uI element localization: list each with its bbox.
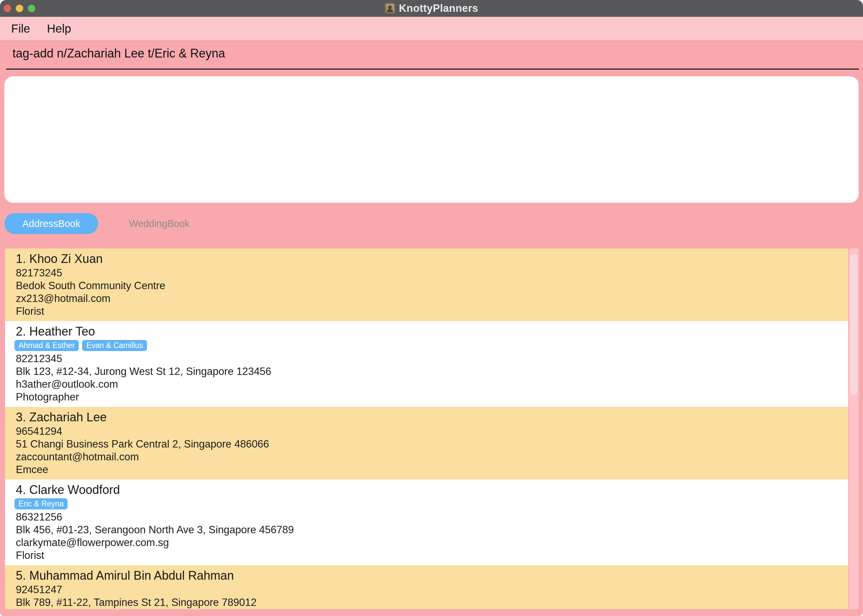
contact-email: clarkymate@flowerpower.com.sg <box>16 536 838 549</box>
contact-name: 3. Zachariah Lee <box>16 410 838 425</box>
contact-list[interactable]: 1. Khoo Zi Xuan 82173245 Bedok South Com… <box>5 248 858 609</box>
title-wrap: KnottyPlanners <box>0 0 863 17</box>
contact-name: 5. Muhammad Amirul Bin Abdul Rahman <box>16 568 838 583</box>
contact-phone: 92451247 <box>16 583 838 596</box>
command-area <box>0 40 863 69</box>
contact-card[interactable]: 1. Khoo Zi Xuan 82173245 Bedok South Com… <box>5 248 848 321</box>
contact-role: Florist <box>16 305 838 318</box>
contact-address: Blk 123, #12-34, Jurong West St 12, Sing… <box>16 365 838 378</box>
wedding-tag: Evan & Camillus <box>82 340 147 351</box>
contact-role: Florist <box>16 549 838 562</box>
contact-email: zx213@hotmail.com <box>16 292 838 305</box>
wedding-tag: Eric & Reyna <box>14 498 68 509</box>
wedding-tag: Ahmad & Esther <box>14 340 79 351</box>
contact-phone: 86321256 <box>16 511 838 523</box>
address-book-icon <box>385 3 395 13</box>
book-tabs: AddressBook WeddingBook <box>5 213 206 234</box>
contact-address: Blk 456, #01-23, Serangoon North Ave 3, … <box>16 523 838 536</box>
contact-name: 2. Heather Teo <box>16 324 838 339</box>
tab-addressbook[interactable]: AddressBook <box>5 213 98 234</box>
scrollbar-track[interactable] <box>849 248 858 609</box>
contact-card[interactable]: 2. Heather Teo Ahmad & EstherEvan & Cami… <box>5 321 848 407</box>
tab-weddingbook[interactable]: WeddingBook <box>112 213 206 234</box>
contact-address: Bedok South Community Centre <box>16 280 838 292</box>
contact-card[interactable]: 5. Muhammad Amirul Bin Abdul Rahman 9245… <box>5 565 848 609</box>
menu-item-help[interactable]: Help <box>47 22 71 35</box>
contact-email: zaccountant@hotmail.com <box>16 451 838 464</box>
contact-tags: Eric & Reyna <box>14 498 838 509</box>
contact-name: 1. Khoo Zi Xuan <box>16 251 838 267</box>
menu-item-file[interactable]: File <box>11 22 30 35</box>
scrollbar-thumb[interactable] <box>850 254 858 395</box>
contact-phone: 96541294 <box>16 425 838 438</box>
contact-name: 4. Clarke Woodford <box>16 482 838 498</box>
result-display[interactable] <box>5 76 858 203</box>
contact-role: Photographer <box>16 391 838 404</box>
app-window: KnottyPlanners File Help AddressBook Wed… <box>0 0 863 616</box>
contact-role: Emcee <box>16 464 838 476</box>
titlebar: KnottyPlanners <box>0 0 863 17</box>
command-input[interactable] <box>6 40 859 69</box>
contact-tags: Ahmad & EstherEvan & Camillus <box>14 340 838 351</box>
contact-rows: 1. Khoo Zi Xuan 82173245 Bedok South Com… <box>5 248 848 609</box>
window-title: KnottyPlanners <box>399 2 478 14</box>
contact-address: Blk 789, #11-22, Tampines St 21, Singapo… <box>16 596 838 609</box>
contact-address: 51 Changi Business Park Central 2, Singa… <box>16 438 838 451</box>
contact-card[interactable]: 4. Clarke Woodford Eric & Reyna 86321256… <box>5 479 848 565</box>
contact-email: h3ather@outlook.com <box>16 378 838 391</box>
contact-card[interactable]: 3. Zachariah Lee 96541294 51 Changi Busi… <box>5 407 848 479</box>
menubar: File Help <box>0 17 863 40</box>
contact-phone: 82173245 <box>16 267 838 280</box>
contact-phone: 82212345 <box>16 352 838 365</box>
